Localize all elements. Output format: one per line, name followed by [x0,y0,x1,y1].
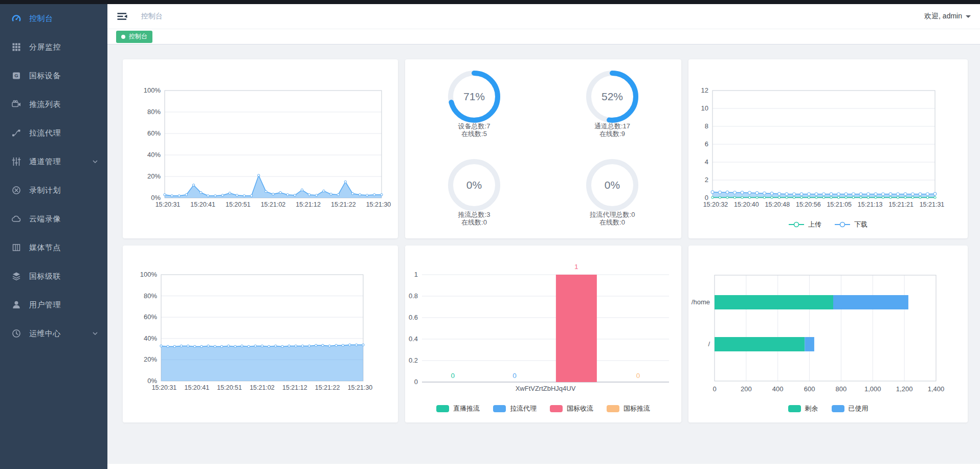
svg-text:40%: 40% [147,151,161,159]
svg-text:15:20:56: 15:20:56 [796,201,821,208]
svg-text:60%: 60% [147,129,161,137]
svg-text:15:21:31: 15:21:31 [920,201,945,208]
svg-text:15:21:13: 15:21:13 [858,201,883,208]
record-plan-icon [11,185,21,195]
svg-text:/: / [708,340,710,348]
stream-stats-legend: 直播推流拉流代理国标收流国标推流 [405,404,681,413]
svg-text:0.4: 0.4 [409,335,418,343]
memory-usage-chart: 0%20%40%60%80%100%15:20:3115:20:4115:20:… [123,245,398,422]
sidebar-item-pull-proxy[interactable]: 拉流代理 [0,119,107,147]
tab-console[interactable]: 控制台 [116,31,152,43]
legend-label: 国标收流 [567,404,593,413]
sidebar-item-user-mgmt[interactable]: 用户管理 [0,291,107,319]
sidebar-item-gb-device[interactable]: G国标设备 [0,61,107,90]
svg-text:15:21:12: 15:21:12 [282,384,307,391]
svg-text:20%: 20% [144,355,157,363]
svg-text:0: 0 [636,372,640,379]
svg-text:15:20:40: 15:20:40 [734,201,759,208]
legend-label: 已使用 [849,404,868,413]
legend-label: 拉流代理 [510,404,537,413]
sidebar-item-label: 通道管理 [29,157,61,167]
svg-text:在线数:0: 在线数:0 [461,218,487,226]
legend-label: 国标推流 [623,404,650,413]
legend-item-下载[interactable]: 下载 [835,220,867,229]
sidebar-item-cloud-record[interactable]: 云端录像 [0,205,107,233]
legend-label: 直播推流 [453,404,480,413]
legend-label: 上传 [808,220,821,229]
svg-text:XwFtVZrtZbHJq4UV: XwFtVZrtZbHJq4UV [516,385,576,392]
legend-swatch-icon [607,405,619,412]
svg-text:1,000: 1,000 [864,385,881,393]
svg-text:设备总数:7: 设备总数:7 [458,122,491,130]
sidebar-item-push-list[interactable]: 推流列表 [0,90,107,119]
tab-active-dot-icon [121,35,125,39]
legend-item-拉流代理[interactable]: 拉流代理 [493,404,537,413]
tab-label: 控制台 [129,32,147,41]
svg-text:40%: 40% [144,334,157,342]
legend-item-上传[interactable]: 上传 [789,220,821,229]
svg-text:400: 400 [772,385,784,393]
svg-text:100%: 100% [144,86,161,94]
svg-text:15:20:41: 15:20:41 [184,384,209,391]
svg-text:在线数:9: 在线数:9 [599,130,625,138]
legend-item-直播推流[interactable]: 直播推流 [436,404,480,413]
svg-text:推流总数:3: 推流总数:3 [458,211,491,218]
svg-text:15:21:30: 15:21:30 [348,384,373,391]
svg-text:0%: 0% [605,179,620,191]
svg-text:15:20:32: 15:20:32 [703,201,728,208]
svg-text:15:21:02: 15:21:02 [250,384,275,391]
sidebar-item-label: 媒体节点 [29,243,61,253]
svg-text:15:20:51: 15:20:51 [226,201,251,208]
legend-item-国标收流[interactable]: 国标收流 [550,404,593,413]
svg-text:/home: /home [692,298,710,306]
sidebar-item-ops-center[interactable]: 运维中心 [0,319,107,348]
cascade-icon [11,271,21,281]
pull-proxy-icon [11,128,21,138]
sidebar-item-label: 国标设备 [29,71,61,81]
svg-text:0%: 0% [151,194,161,202]
svg-text:0%: 0% [147,377,157,385]
legend-item-剩余[interactable]: 剩余 [788,404,818,413]
user-icon [11,300,21,310]
svg-text:0: 0 [414,378,418,386]
dashboard-page: 控制台分屏监控G国标设备推流列表拉流代理通道管理录制计划云端录像媒体节点国标级联… [0,0,980,469]
svg-text:0.8: 0.8 [409,292,418,300]
stream-stats-chart: 00.20.40.60.810010XwFtVZrtZbHJq4UV [405,245,681,399]
svg-text:10: 10 [701,104,708,112]
legend-swatch-icon [436,405,449,412]
svg-text:0: 0 [513,372,517,379]
svg-text:600: 600 [804,385,815,393]
svg-text:0.2: 0.2 [409,356,418,364]
svg-text:15:21:02: 15:21:02 [261,201,286,208]
svg-text:通道总数:17: 通道总数:17 [594,122,630,130]
gb-device-icon: G [11,71,21,81]
sidebar-collapse-icon[interactable] [117,11,128,21]
svg-text:6: 6 [705,140,708,148]
welcome-text: 欢迎, [924,12,941,20]
sidebar-item-split-monitor[interactable]: 分屏监控 [0,33,107,61]
line-marker-icon [835,221,850,228]
sidebar-item-record-plan[interactable]: 录制计划 [0,176,107,205]
svg-text:0: 0 [451,372,455,379]
user-menu[interactable]: 欢迎, admin [924,12,971,21]
disk-usage-legend: 剩余已使用 [688,404,968,413]
sidebar-item-label: 分屏监控 [29,42,61,52]
sidebar-item-media-node[interactable]: 媒体节点 [0,233,107,262]
sidebar-item-channel-mgmt[interactable]: 通道管理 [0,147,107,176]
sidebar-item-console[interactable]: 控制台 [0,4,107,33]
svg-text:1,200: 1,200 [896,385,913,393]
sidebar-item-gb-cascade[interactable]: 国标级联 [0,262,107,291]
cpu-usage-chart: 0%20%40%60%80%100%15:20:3115:20:4115:20:… [123,59,398,238]
resource-gauges-chart: 71%设备总数:7在线数:552%通道总数:17在线数:90%推流总数:3在线数… [405,59,681,238]
sidebar-item-label: 云端录像 [29,214,61,224]
svg-text:8: 8 [705,122,708,130]
ops-icon [11,328,21,339]
svg-text:15:21:21: 15:21:21 [888,201,914,208]
svg-text:15:21:22: 15:21:22 [331,201,356,208]
legend-item-国标推流[interactable]: 国标推流 [607,404,650,413]
legend-item-已使用[interactable]: 已使用 [832,404,868,413]
svg-text:15:21:05: 15:21:05 [827,201,852,208]
svg-text:0.6: 0.6 [409,314,418,321]
svg-text:15:20:48: 15:20:48 [765,201,790,208]
card-memory-usage: 0%20%40%60%80%100%15:20:3115:20:4115:20:… [123,245,398,422]
